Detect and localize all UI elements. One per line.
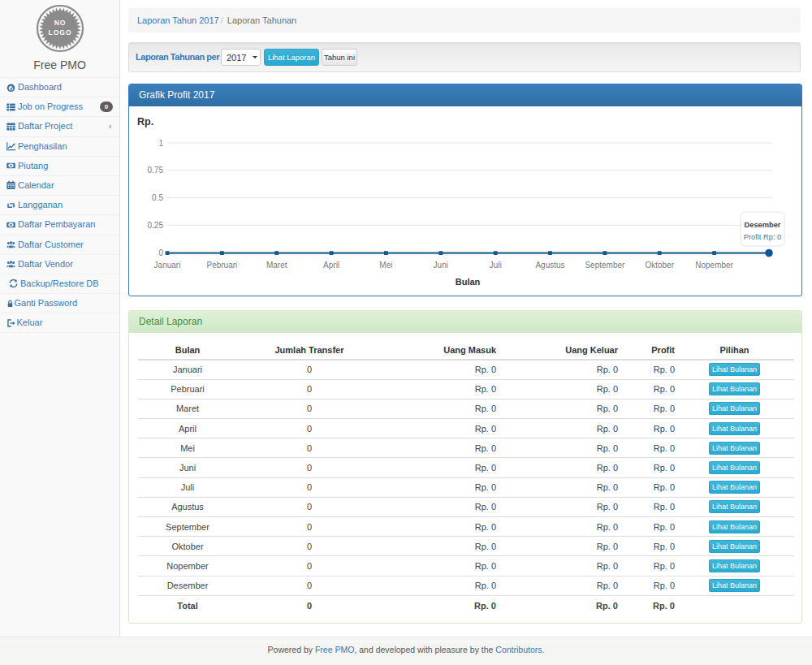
svg-text:Profit Rp: 0: Profit Rp: 0 [744,233,782,241]
svg-text:Nopember: Nopember [695,261,733,270]
svg-text:Desember: Desember [745,221,781,229]
svg-text:0: 0 [158,248,163,257]
svg-text:Pebruari: Pebruari [206,261,237,270]
svg-text:Juni: Juni [434,261,448,270]
svg-text:Mei: Mei [379,261,392,270]
svg-text:LOGO: LOGO [48,28,71,37]
svg-text:0.5: 0.5 [152,193,163,202]
svg-text:Januari: Januari [154,261,181,270]
svg-text:Bulan: Bulan [456,277,481,287]
svg-text:0.25: 0.25 [148,221,164,230]
svg-text:April: April [323,261,339,270]
svg-text:September: September [585,261,625,270]
svg-text:0.75: 0.75 [148,166,164,175]
svg-text:NO: NO [54,19,67,27]
svg-text:Maret: Maret [266,261,287,270]
svg-text:Agustus: Agustus [535,261,564,270]
svg-text:Rp.: Rp. [137,116,153,127]
svg-text:Juli: Juli [490,261,502,270]
svg-text:1: 1 [158,139,163,148]
svg-text:Oktober: Oktober [645,261,674,270]
